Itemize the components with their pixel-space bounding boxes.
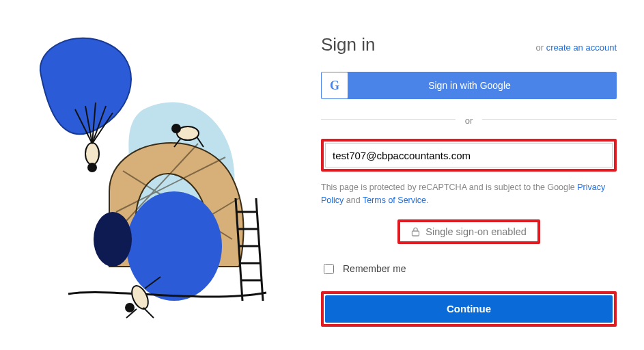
continue-button[interactable]: Continue	[325, 295, 613, 323]
terms-of-service-link[interactable]: Terms of Service	[363, 196, 426, 205]
create-account-link[interactable]: create an account	[546, 42, 617, 53]
google-signin-label: Sign in with Google	[348, 80, 617, 91]
create-account-text: or create an account	[535, 42, 617, 53]
svg-point-4	[126, 191, 222, 301]
svg-line-7	[256, 198, 263, 301]
svg-rect-29	[412, 231, 419, 236]
signin-panel: Sign in or create an account G Sign in w…	[307, 0, 644, 350]
svg-point-14	[88, 163, 96, 172]
svg-line-28	[143, 308, 154, 318]
sso-highlight: Single sign-on enabled	[397, 219, 540, 244]
google-icon: G	[322, 72, 348, 98]
email-field-highlight	[321, 139, 617, 172]
svg-point-25	[126, 304, 134, 312]
svg-point-21	[172, 124, 180, 133]
lock-icon	[411, 227, 420, 237]
continue-button-highlight: Continue	[321, 291, 617, 327]
remember-me-row[interactable]: Remember me	[321, 262, 617, 276]
page-title: Sign in	[321, 34, 376, 55]
google-signin-button[interactable]: G Sign in with Google	[321, 72, 617, 99]
remember-me-label: Remember me	[343, 263, 406, 274]
email-field[interactable]	[325, 143, 613, 167]
recaptcha-legal: This page is protected by reCAPTCHA and …	[321, 181, 617, 207]
separator: or	[321, 114, 617, 124]
illustration	[0, 0, 307, 350]
sso-indicator: Single sign-on enabled	[402, 224, 536, 240]
sso-label: Single sign-on enabled	[425, 226, 527, 237]
remember-me-checkbox[interactable]	[324, 264, 334, 274]
svg-point-13	[85, 143, 99, 165]
svg-point-5	[94, 212, 132, 267]
